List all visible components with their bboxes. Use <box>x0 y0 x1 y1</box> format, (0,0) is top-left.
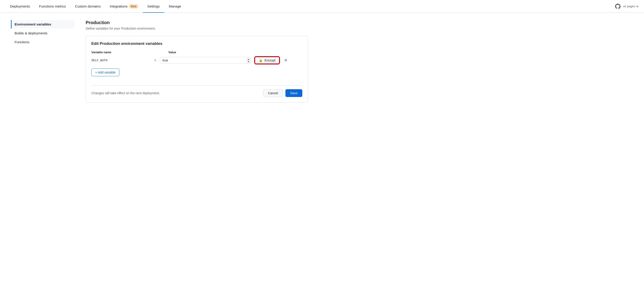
encrypt-button[interactable]: 🔒 Encrypt <box>255 57 279 64</box>
variable-row: SELF_AUTH = ▲ ▼ 🔒 Encrypt ✕ <box>91 57 302 64</box>
section-description: Define variables for your Production env… <box>86 27 308 30</box>
remove-variable-button[interactable]: ✕ <box>283 57 288 64</box>
variable-value-wrapper: ▲ ▼ <box>160 57 251 64</box>
nav-item-settings[interactable]: Settings <box>143 0 164 12</box>
card-footer: Changes will take effect on the next dep… <box>91 89 302 97</box>
footer-note: Changes will take effect on the next dep… <box>91 91 160 95</box>
spinner-up[interactable]: ▲ <box>246 58 250 60</box>
card-title: Edit Production environment variables <box>91 41 302 46</box>
section-title: Production <box>86 20 308 25</box>
add-variable-button[interactable]: + Add variable <box>91 68 119 76</box>
beta-badge: Beta <box>129 4 138 8</box>
nav-item-functions-metrics[interactable]: Functions metrics <box>35 0 70 12</box>
nav-item-deployments[interactable]: Deployments <box>6 0 35 12</box>
sidebar-item-functions[interactable]: Functions <box>11 38 75 46</box>
footer-actions: Cancel Save <box>263 89 302 97</box>
sidebar-item-builds[interactable]: Builds & deployments <box>11 29 75 37</box>
nav-item-integrations[interactable]: Integrations Beta <box>105 0 143 12</box>
sidebar: Environment variables Builds & deploymen… <box>11 20 75 103</box>
top-nav: Deployments Functions metrics Custom dom… <box>0 0 644 13</box>
equals-sign: = <box>154 58 156 62</box>
col-variable-name: Variable name <box>91 50 150 54</box>
main-content: Production Define variables for your Pro… <box>86 20 308 103</box>
var-header: Variable name Value <box>91 50 302 54</box>
col-value: Value <box>168 50 176 54</box>
page-layout: Environment variables Builds & deploymen… <box>0 13 319 110</box>
card-divider <box>91 85 302 86</box>
save-button[interactable]: Save <box>286 89 302 97</box>
sidebar-item-env-vars[interactable]: Environment variables <box>11 20 75 28</box>
nav-item-custom-domains[interactable]: Custom domains <box>70 0 105 12</box>
variable-value-input[interactable] <box>160 57 251 64</box>
spinner-controls: ▲ ▼ <box>246 58 250 63</box>
edit-card: Edit Production environment variables Va… <box>86 36 308 103</box>
encrypt-label: Encrypt <box>264 58 275 62</box>
spinner-down[interactable]: ▼ <box>246 60 250 63</box>
nav-right: w/ pages re <box>615 4 638 9</box>
lock-icon: 🔒 <box>259 58 263 62</box>
github-icon <box>615 4 620 9</box>
nav-item-manage[interactable]: Manage <box>164 0 186 12</box>
cancel-button[interactable]: Cancel <box>263 89 283 97</box>
nav-right-text: w/ pages re <box>623 4 638 8</box>
variable-name: SELF_AUTH <box>91 59 150 62</box>
